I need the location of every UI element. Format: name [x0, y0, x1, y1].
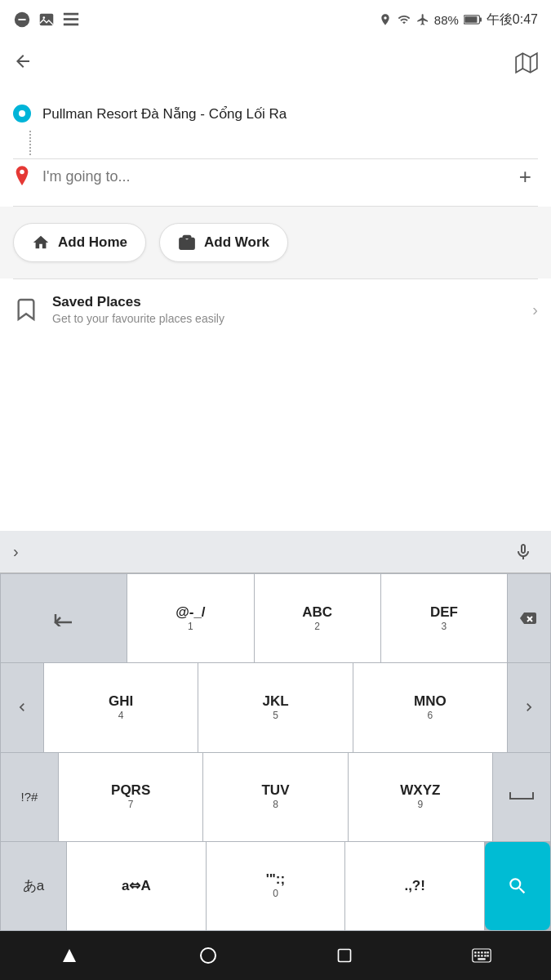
keyboard-body: @-_/ 1 ABC 2 DEF 3	[0, 573, 551, 931]
add-work-label: Add Work	[204, 234, 269, 251]
key-num: 7	[128, 799, 134, 810]
key-lang-switch[interactable]: あa	[1, 842, 66, 930]
svg-rect-28	[481, 955, 482, 956]
destination-pin	[13, 166, 31, 189]
minus-circle-icon	[13, 11, 31, 29]
key-num: 0	[273, 888, 278, 899]
key-num: 3	[442, 621, 447, 632]
enter-icon	[52, 610, 75, 626]
key-mno[interactable]: MNO 6	[353, 663, 507, 751]
nav-keyboard-icon	[472, 947, 491, 964]
key-case-toggle[interactable]: a⇔A	[67, 842, 206, 930]
svg-rect-24	[484, 951, 486, 953]
svg-rect-1	[18, 19, 25, 20]
svg-rect-8	[479, 17, 482, 21]
key-symbols[interactable]: !?#	[1, 753, 58, 841]
key-num: 2	[314, 621, 320, 632]
wifi-icon	[397, 13, 411, 26]
key-tuv[interactable]: TUV 8	[203, 753, 347, 841]
key-num: 9	[417, 799, 423, 810]
key-at-dash[interactable]: @-_/ 1	[127, 574, 253, 662]
status-bar: 88% 午後0:47	[0, 0, 551, 39]
saved-places-title: Saved Places	[52, 294, 224, 310]
nav-recents-button[interactable]	[336, 947, 353, 964]
nav-home-button[interactable]	[198, 946, 218, 965]
nav-keyboard-button[interactable]	[472, 947, 491, 964]
origin-dot-inner	[19, 110, 25, 117]
key-backspace[interactable]	[508, 574, 550, 662]
saved-places-section[interactable]: Saved Places Get to your favourite place…	[0, 279, 551, 340]
bookmark-icon	[13, 296, 39, 323]
quick-actions-section: Add Home Add Work	[0, 207, 551, 278]
toolbar-expand-button[interactable]: ›	[13, 542, 19, 561]
key-wxyz[interactable]: WXYZ 9	[349, 753, 492, 841]
svg-marker-17	[63, 949, 76, 962]
nav-home-icon	[198, 946, 218, 965]
key-def[interactable]: DEF 3	[381, 574, 507, 662]
add-home-button[interactable]: Add Home	[13, 223, 146, 262]
microphone-button[interactable]	[509, 537, 538, 567]
key-label: JKL	[262, 694, 288, 708]
map-view-button[interactable]	[515, 51, 538, 77]
key-label: PQRS	[111, 783, 150, 797]
key-label: '":;	[266, 872, 285, 886]
key-label: あa	[23, 876, 44, 895]
svg-rect-6	[64, 24, 78, 26]
svg-rect-30	[487, 955, 489, 956]
origin-row: Pullman Resort Đà Nẵng - Cổng Lối Ra	[13, 96, 538, 131]
battery-text: 88%	[434, 13, 459, 27]
saved-places-subtitle: Get to your favourite places easily	[52, 312, 224, 325]
svg-point-3	[42, 16, 45, 19]
search-icon	[507, 875, 528, 897]
key-enter[interactable]	[1, 574, 127, 662]
status-right-icons: 88% 午後0:47	[379, 11, 538, 29]
briefcase-icon	[178, 234, 196, 252]
key-label: GHI	[109, 694, 133, 708]
home-icon	[32, 234, 50, 252]
saved-places-text: Saved Places Get to your favourite place…	[52, 294, 224, 325]
location-icon	[379, 13, 392, 26]
add-work-button[interactable]: Add Work	[159, 223, 288, 262]
add-home-label: Add Home	[58, 234, 127, 251]
destination-input[interactable]	[42, 168, 512, 185]
key-space[interactable]	[493, 753, 550, 841]
key-arrow-left[interactable]	[1, 663, 43, 751]
key-pqrs[interactable]: PQRS 7	[59, 753, 202, 841]
key-label: WXYZ	[400, 783, 440, 797]
back-button[interactable]	[13, 51, 33, 77]
key-num: 8	[273, 799, 278, 810]
add-stop-button[interactable]: +	[513, 164, 538, 189]
svg-rect-23	[481, 951, 482, 953]
svg-rect-5	[64, 18, 78, 20]
key-label: DEF	[430, 605, 458, 619]
keyboard-container: › @-_/ 1 ABC 2 DEF	[0, 531, 551, 931]
backspace-icon	[518, 609, 540, 627]
nav-recents-icon	[336, 947, 353, 964]
right-arrow-icon	[521, 699, 537, 715]
keyboard-row-2: GHI 4 JKL 5 MNO 6	[1, 663, 550, 751]
key-label: TUV	[261, 783, 289, 797]
key-punct[interactable]: '":; 0	[207, 842, 345, 930]
list-icon	[62, 11, 80, 29]
route-dotted-line	[29, 131, 31, 155]
microphone-icon	[513, 542, 533, 562]
key-label: ABC	[302, 605, 332, 619]
key-search-button[interactable]	[485, 842, 550, 930]
svg-rect-27	[478, 955, 479, 956]
image-icon	[38, 11, 56, 29]
keyboard-toolbar: ›	[0, 531, 551, 573]
nav-back-button[interactable]	[60, 946, 79, 965]
svg-rect-29	[484, 955, 486, 956]
key-jkl[interactable]: JKL 5	[198, 663, 352, 751]
key-ghi[interactable]: GHI 4	[44, 663, 198, 751]
nav-back-icon	[60, 946, 79, 965]
key-arrow-right[interactable]	[508, 663, 550, 751]
keyboard-row-4: あa a⇔A '":; 0 .,?!	[1, 842, 550, 930]
key-abc[interactable]: ABC 2	[255, 574, 380, 662]
svg-rect-22	[478, 951, 479, 953]
svg-rect-25	[487, 951, 489, 953]
key-punctuation2[interactable]: .,?!	[345, 842, 484, 930]
svg-rect-31	[478, 958, 486, 960]
time-display: 午後0:47	[487, 11, 538, 29]
map-icon	[515, 51, 538, 74]
